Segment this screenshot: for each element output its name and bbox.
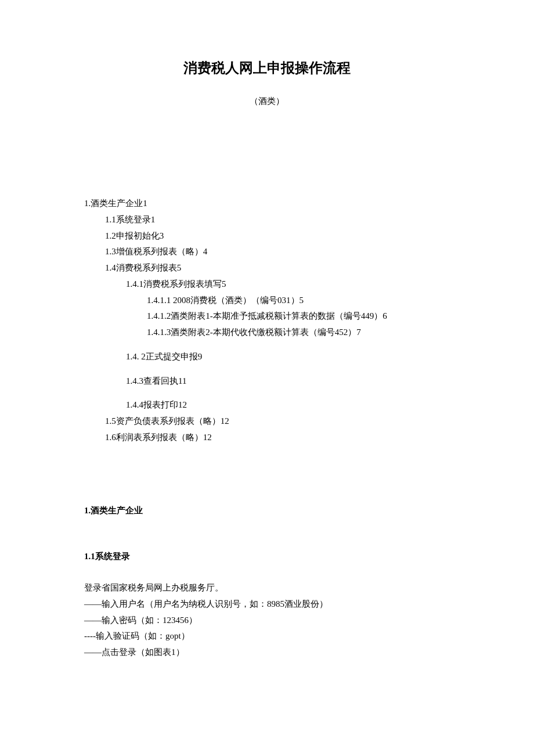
page-title: 消费税人网上申报操作流程 <box>84 55 450 81</box>
toc-item: 1.4消费税系列报表5 <box>105 260 450 276</box>
toc-item: 1.4. 2正式提交申报9 <box>126 349 450 365</box>
body-text: ——输入用户名（用户名为纳税人识别号，如：8985酒业股份） <box>84 596 450 613</box>
toc-item: 1.4.1.1 2008消费税（酒类）（编号031）5 <box>147 293 450 309</box>
toc-item: 1.6利润表系列报表（略）12 <box>105 430 450 446</box>
page-subtitle: （酒类） <box>84 93 450 110</box>
toc-item: 1.4.1.2酒类附表1-本期准予抵减税额计算表的数据（编号449）6 <box>147 308 450 325</box>
toc-item: 1.4.4报表打印12 <box>126 397 450 413</box>
body-text: ——输入密码（如：123456） <box>84 613 450 629</box>
body-text: ----输入验证码（如：gopt） <box>84 628 450 645</box>
section-heading: 1.酒类生产企业 <box>84 503 450 519</box>
toc-item: 1.1系统登录1 <box>105 212 450 228</box>
toc-item: 1.4.1.3酒类附表2-本期代收代缴税额计算表（编号452）7 <box>147 325 450 341</box>
body-text: 登录省国家税务局网上办税服务厅。 <box>84 580 450 596</box>
body-text: ——点击登录（如图表1） <box>84 645 450 661</box>
toc-item: 1.酒类生产企业1 <box>84 196 450 212</box>
toc-item: 1.2申报初始化3 <box>105 228 450 244</box>
toc-item: 1.5资产负债表系列报表（略）12 <box>105 413 450 430</box>
toc-item: 1.4.3查看回执11 <box>126 373 450 390</box>
toc-item: 1.3增值税系列报表（略）4 <box>105 244 450 260</box>
toc-item: 1.4.1消费税系列报表填写5 <box>126 276 450 293</box>
subsection-heading: 1.1系统登录 <box>84 549 450 565</box>
